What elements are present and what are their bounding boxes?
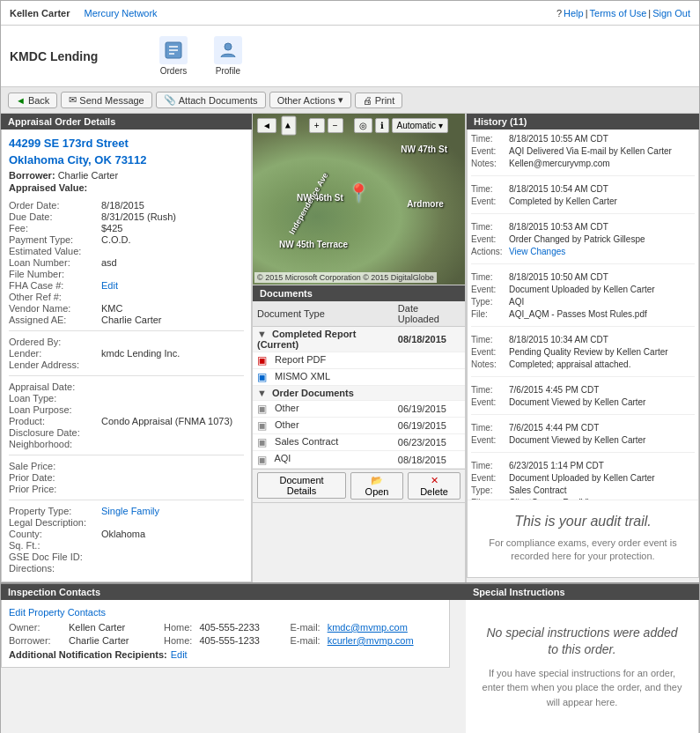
map-container[interactable]: ◄ ◄ + − ◎ ℹ Automatic ▾ NW 47th St NW 46… [253, 114, 465, 285]
borrower-contact-label: Borrower: [9, 635, 62, 646]
svg-point-4 [225, 43, 232, 50]
send-message-button[interactable]: ✉ Send Message [61, 92, 151, 108]
special-instructions-header: Special Instructions [466, 584, 699, 600]
owner-home-label: Home: [164, 622, 192, 633]
additional-label: Additional Notification Recipients: [9, 649, 167, 660]
county-label: County: [9, 529, 101, 539]
table-row[interactable]: ▣ AQI 08/18/2015 [253, 451, 465, 468]
due-date-label: Due Date: [9, 211, 101, 222]
loan-number-label: Loan Number: [9, 257, 101, 268]
network-link[interactable]: Mercury Network [84, 8, 157, 19]
history-item: Time:6/23/2015 1:14 PM CDT Event:Documen… [471, 460, 695, 500]
other-ref-label: Other Ref #: [9, 292, 101, 302]
map-street-label-1: NW 47th St [401, 144, 447, 154]
history-item: Time:7/6/2015 4:44 PM CDT Event:Document… [471, 422, 695, 453]
inspection-contacts-panel: Edit Property Contacts Owner: Kellen Car… [1, 600, 450, 668]
fha-case-label: FHA Case #: [9, 280, 101, 291]
other-actions-button[interactable]: Other Actions ▾ [269, 92, 351, 108]
vendor-name-value: KMC [101, 303, 122, 314]
orders-label: Orders [160, 66, 188, 76]
print-icon: 🖨 [363, 95, 372, 106]
property-type-value[interactable]: Single Family [101, 506, 159, 516]
profile-icon [214, 36, 242, 64]
table-row[interactable]: ▣ Report PDF [253, 352, 465, 369]
doc-item-date-other2: 06/19/2015 [394, 418, 465, 434]
sales-contract-icon: ▣ [257, 436, 269, 448]
user-name: Kellen Carter [10, 8, 70, 19]
prior-price-label: Prior Price: [9, 484, 101, 494]
other-icon: ▣ [257, 419, 269, 432]
map-nav-up[interactable]: ◄ [281, 116, 296, 136]
borrower-email-label: E-mail: [290, 635, 320, 646]
payment-type-label: Payment Type: [9, 234, 101, 245]
product-label: Product: [9, 416, 101, 426]
document-details-button[interactable]: Document Details [257, 472, 346, 499]
doc-item-other1: Other [275, 403, 299, 413]
history-list[interactable]: Time:8/18/2015 10:55 AM CDT Event:AQI De… [468, 130, 698, 500]
county-value: Oklahoma [101, 529, 145, 539]
directions-label: Directions: [9, 563, 101, 574]
prior-date-label: Prior Date: [9, 472, 101, 483]
signout-link[interactable]: Sign Out [652, 8, 690, 19]
fha-case-edit-link[interactable]: Edit [101, 280, 118, 291]
doc-item-mismo-xml: MISMO XML [275, 371, 330, 381]
lender-value: kmdc Lending Inc. [101, 348, 180, 359]
table-row[interactable]: ▣ Sales Contract 06/23/2015 [253, 434, 465, 451]
owner-email[interactable]: kmdc@mvmp.com [328, 622, 408, 633]
owner-contact-row: Owner: Kellen Carter Home: 405-555-2233 … [9, 622, 442, 633]
map-nav-left[interactable]: ◄ [257, 118, 276, 133]
table-row[interactable]: ▣ MISMO XML [253, 369, 465, 386]
additional-edit-link[interactable]: Edit [171, 649, 188, 660]
print-button[interactable]: 🖨 Print [355, 93, 403, 108]
map-ardmore-label: Ardmore [407, 199, 444, 209]
map-info-icon[interactable]: ℹ [375, 118, 389, 133]
owner-label: Owner: [9, 622, 62, 633]
help-icon: ? [556, 8, 562, 19]
map-zoom-out[interactable]: − [328, 118, 343, 133]
table-row[interactable]: ▣ Other 06/19/2015 [253, 401, 465, 418]
assigned-ae-label: Assigned AE: [9, 315, 101, 325]
gse-doc-label: GSE Doc File ID: [9, 552, 101, 562]
doc-group-order[interactable]: ▼ Order Documents [253, 386, 465, 401]
open-document-button[interactable]: 📂 Open [350, 472, 403, 500]
table-row[interactable]: ▣ Other 06/19/2015 [253, 418, 465, 434]
map-automatic-dropdown[interactable]: Automatic ▾ [392, 118, 448, 133]
order-date-value: 8/18/2015 [101, 200, 144, 211]
doc-group-completed[interactable]: ▼ Completed Report (Current) 08/18/2015 [253, 327, 465, 352]
borrower-contact-row: Borrower: Charlie Carter Home: 405-555-1… [9, 635, 442, 646]
doc-col-type: Document Type [253, 301, 394, 327]
map-location-icon[interactable]: ◎ [354, 118, 372, 133]
audit-title: This is your audit trail. [481, 514, 685, 529]
attach-documents-button[interactable]: 📎 Attach Documents [156, 92, 266, 108]
help-link[interactable]: Help [564, 8, 584, 19]
doc-group-name-order: Order Documents [272, 388, 354, 398]
borrower-email[interactable]: kcurler@mvmp.com [328, 635, 414, 646]
neighborhood-label: Neighborhood: [9, 439, 101, 449]
message-icon: ✉ [69, 94, 77, 106]
legal-desc-label: Legal Description: [9, 517, 101, 528]
disclosure-date-label: Disclosure Date: [9, 427, 101, 438]
view-changes-link[interactable]: View Changes [509, 246, 565, 258]
edit-property-contacts-link[interactable]: Edit Property Contacts [9, 607, 106, 618]
doc-item-date [394, 352, 465, 369]
owner-home-phone: 405-555-2233 [199, 622, 283, 633]
payment-type-value: C.O.D. [101, 234, 131, 245]
back-button[interactable]: ◄ Back [8, 93, 57, 108]
additional-notification-row: Additional Notification Recipients: Edit [9, 649, 442, 660]
terms-link[interactable]: Terms of Use [590, 8, 647, 19]
appraisal-section-header: Appraisal Order Details [1, 114, 252, 130]
history-item: Time:8/18/2015 10:55 AM CDT Event:AQI De… [471, 133, 695, 176]
ordered-by-label: Ordered By: [9, 337, 101, 347]
chevron-down-icon: ▾ [338, 94, 343, 106]
history-item: Time:8/18/2015 10:54 AM CDT Event:Comple… [471, 183, 695, 214]
fee-value: $425 [101, 223, 122, 233]
loan-number-value: asd [101, 257, 117, 268]
doc-item-date-sales: 06/23/2015 [394, 434, 465, 451]
doc-group-name-completed: Completed Report (Current) [257, 329, 356, 350]
map-zoom-in[interactable]: + [309, 118, 325, 133]
orders-nav-button[interactable]: Orders [151, 32, 196, 80]
profile-nav-button[interactable]: Profile [205, 32, 251, 80]
estimated-value-label: Estimated Value: [9, 246, 101, 256]
delete-document-button[interactable]: ✕ Delete [408, 472, 461, 500]
assigned-ae-value: Charlie Carter [101, 315, 161, 325]
